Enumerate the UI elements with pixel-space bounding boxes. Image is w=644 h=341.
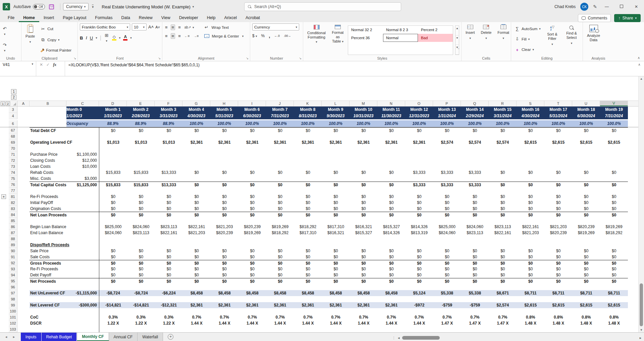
- cell[interactable]: $0: [266, 194, 294, 200]
- cell[interactable]: $0: [378, 200, 406, 206]
- document-title[interactable]: Real Estate Underwriting Model (W. Examp…: [102, 4, 194, 9]
- minimize-button[interactable]: —: [602, 4, 612, 9]
- cell[interactable]: $0: [517, 266, 544, 272]
- cell[interactable]: [17, 320, 30, 326]
- cell[interactable]: 100.0%: [266, 120, 294, 127]
- row-header-70[interactable]: 70: [9, 145, 17, 151]
- cell[interactable]: -$14,821: [99, 302, 127, 308]
- cell[interactable]: $13,333: [155, 169, 183, 176]
- cell[interactable]: $0: [572, 169, 600, 176]
- cell[interactable]: [30, 133, 99, 139]
- cell[interactable]: 11/30/2023: [377, 113, 405, 119]
- cell[interactable]: $0: [238, 169, 266, 176]
- cell[interactable]: $0: [572, 278, 600, 284]
- cell[interactable]: 3/31/2023: [155, 113, 182, 119]
- cell[interactable]: $2,361: [322, 139, 350, 145]
- cell[interactable]: $0: [350, 128, 378, 133]
- cell[interactable]: $0: [461, 248, 489, 254]
- cell[interactable]: Month 16: [517, 107, 544, 113]
- conditional-formatting-button[interactable]: ConditionalFormatting ▾: [305, 23, 328, 55]
- delete-cells-button[interactable]: Delete▾: [479, 23, 494, 55]
- cell[interactable]: $0: [127, 266, 155, 272]
- column-header-M[interactable]: M: [350, 101, 377, 106]
- cell[interactable]: $3,333: [405, 182, 433, 188]
- scroll-right-icon[interactable]: ►: [639, 336, 642, 340]
- cell[interactable]: -$6,224: [155, 290, 183, 296]
- cell[interactable]: $820,239: [572, 224, 600, 230]
- cell[interactable]: $0: [378, 194, 406, 200]
- cell[interactable]: $0: [489, 169, 517, 176]
- cell[interactable]: $0: [322, 260, 350, 266]
- grow-font-button[interactable]: A˄: [148, 24, 154, 29]
- cell[interactable]: $814,326: [378, 230, 406, 236]
- cell[interactable]: $2,361: [350, 139, 378, 145]
- cell[interactable]: $0: [211, 212, 238, 218]
- close-button[interactable]: ✕: [631, 4, 641, 9]
- cell[interactable]: 1.44 X: [405, 320, 433, 326]
- sheet-tab-rehab-budget[interactable]: Rehab Budget: [42, 333, 77, 341]
- cell[interactable]: $8,458: [211, 290, 238, 296]
- cell[interactable]: $0: [544, 254, 572, 260]
- excel-app-icon[interactable]: X: [3, 3, 10, 10]
- cell[interactable]: [17, 194, 30, 200]
- cell[interactable]: $817,310: [294, 230, 322, 236]
- cell[interactable]: $1,013: [155, 139, 183, 145]
- cell[interactable]: $2,615: [600, 302, 628, 308]
- cell[interactable]: $0: [572, 182, 600, 188]
- cell[interactable]: 1.44 X: [211, 320, 238, 326]
- cell[interactable]: Net UnLevered CF-$1,115,000: [30, 290, 99, 296]
- cell[interactable]: $0: [517, 212, 544, 218]
- cell[interactable]: $0: [600, 254, 628, 260]
- cell[interactable]: 0.8%: [544, 314, 572, 320]
- cell[interactable]: $0: [378, 266, 406, 272]
- cell[interactable]: $0: [489, 266, 517, 272]
- cell[interactable]: [17, 188, 30, 194]
- cell[interactable]: $8,458: [350, 290, 378, 296]
- cell[interactable]: 88.9%: [155, 120, 182, 127]
- increase-indent-button[interactable]: →≡: [193, 34, 200, 38]
- cell[interactable]: 100.0%: [350, 120, 377, 127]
- cell[interactable]: [17, 314, 30, 320]
- restore-button[interactable]: [616, 4, 627, 9]
- ribbon-tab-insert[interactable]: Insert: [39, 14, 58, 22]
- cell[interactable]: $819,269: [266, 224, 294, 230]
- cell[interactable]: $2,361: [211, 302, 238, 308]
- cell[interactable]: Month 3: [155, 107, 182, 113]
- sheet-nav-left-icon[interactable]: ◄: [5, 335, 8, 339]
- cell[interactable]: [30, 188, 99, 194]
- editing-pen-icon[interactable]: ✎: [593, 4, 597, 9]
- cell[interactable]: $0: [600, 182, 628, 188]
- cell[interactable]: $0: [155, 212, 183, 218]
- cell[interactable]: $0: [238, 248, 266, 254]
- underline-button[interactable]: U: [90, 36, 93, 41]
- cell[interactable]: $0: [211, 248, 238, 254]
- cell[interactable]: Operating Levered CF: [30, 139, 99, 145]
- cell[interactable]: Dispo/Refi Proceeds: [30, 242, 99, 248]
- column-header-I[interactable]: I: [238, 101, 266, 106]
- cell[interactable]: $0: [600, 200, 628, 206]
- cell[interactable]: Re-Fi Proceeds: [30, 266, 99, 272]
- column-header-D[interactable]: D: [99, 101, 127, 106]
- cell[interactable]: CoC: [30, 314, 99, 320]
- vertical-scrollbar[interactable]: ▲ ▼: [638, 76, 644, 332]
- cell[interactable]: [17, 248, 30, 254]
- column-header-F[interactable]: F: [155, 101, 182, 106]
- cell[interactable]: 0.7%: [238, 314, 266, 320]
- cell[interactable]: $823,113: [461, 230, 489, 236]
- cell[interactable]: $2,361: [183, 302, 211, 308]
- cell[interactable]: $820,239: [238, 224, 266, 230]
- cell[interactable]: 100.0%: [572, 120, 600, 127]
- cell[interactable]: $0: [433, 128, 461, 133]
- autosum-button[interactable]: ∑AutoSum▾: [513, 25, 542, 32]
- cell[interactable]: $0: [155, 194, 183, 200]
- column-header-H[interactable]: H: [210, 101, 238, 106]
- align-bottom-button[interactable]: ≡: [177, 25, 181, 30]
- cell[interactable]: $0: [294, 278, 322, 284]
- cell[interactable]: Month 2: [127, 107, 155, 113]
- cell[interactable]: Month 15: [489, 107, 517, 113]
- cell[interactable]: $0: [517, 260, 544, 266]
- cell[interactable]: $0: [433, 212, 461, 218]
- cell[interactable]: $0: [433, 278, 461, 284]
- cell[interactable]: $0: [600, 260, 628, 266]
- cell[interactable]: $0: [405, 260, 433, 266]
